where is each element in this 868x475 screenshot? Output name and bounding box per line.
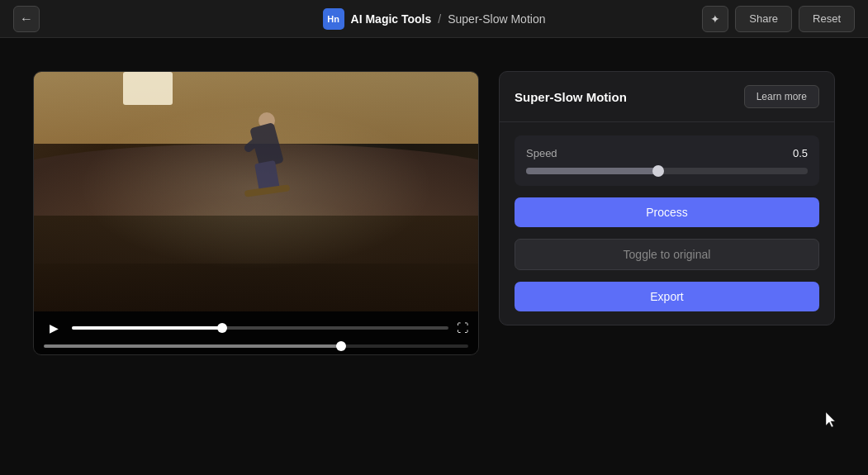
video-timeline[interactable] <box>44 344 468 348</box>
timeline-thumb <box>336 341 346 351</box>
topbar-center: Hn AI Magic Tools / Super-Slow Motion <box>323 8 546 30</box>
topbar-right: ✦ Share Reset <box>702 6 855 32</box>
learn-more-button[interactable]: Learn more <box>744 85 819 108</box>
panel-body: Speed 0.5 Process Toggle to original Exp… <box>500 122 834 325</box>
topbar: ← Hn AI Magic Tools / Super-Slow Motion … <box>0 0 868 38</box>
progress-thumb <box>217 323 227 333</box>
breadcrumb-subtitle: Super-Slow Motion <box>448 12 545 26</box>
speed-value: 0.5 <box>793 147 808 159</box>
export-button[interactable]: Export <box>515 282 819 311</box>
breadcrumb-separator: / <box>438 12 441 26</box>
reset-label: Reset <box>813 12 841 25</box>
speed-section: Speed 0.5 <box>515 135 819 186</box>
video-panel: ▶ ⛶ <box>33 71 479 355</box>
main-content: ▶ ⛶ Super-Slow Motion <box>0 38 868 475</box>
panel-title: Super-Slow Motion <box>515 90 627 104</box>
share-button[interactable]: Share <box>735 6 792 32</box>
speed-header: Speed 0.5 <box>526 147 808 159</box>
badge-text: Hn <box>327 14 339 24</box>
timeline-fill <box>44 344 341 348</box>
video-frame <box>34 72 478 311</box>
speed-slider-fill <box>526 168 658 174</box>
share-label: Share <box>749 12 778 25</box>
speed-slider[interactable] <box>526 168 808 174</box>
play-icon: ▶ <box>50 321 59 335</box>
learn-more-label: Learn more <box>757 91 807 102</box>
back-icon: ← <box>20 12 33 26</box>
play-button[interactable]: ▶ <box>44 318 64 338</box>
toggle-label: Toggle to original <box>624 248 711 261</box>
hn-badge: Hn <box>323 8 344 30</box>
fullscreen-icon: ⛶ <box>457 321 468 335</box>
speed-slider-thumb <box>652 165 664 177</box>
fullscreen-button[interactable]: ⛶ <box>457 321 468 335</box>
right-panel: Super-Slow Motion Learn more Speed 0.5 P… <box>499 71 835 325</box>
magic-button[interactable]: ✦ <box>702 6 728 32</box>
back-button[interactable]: ← <box>13 6 40 32</box>
panel-header: Super-Slow Motion Learn more <box>500 72 834 122</box>
breadcrumb-title: AI Magic Tools <box>351 12 432 26</box>
export-label: Export <box>650 290 683 303</box>
process-label: Process <box>646 206 688 219</box>
speed-label: Speed <box>526 147 557 159</box>
controls-top: ▶ ⛶ <box>44 318 468 338</box>
video-progress-bar[interactable] <box>72 326 448 330</box>
video-controls: ▶ ⛶ <box>34 311 478 354</box>
progress-fill <box>72 326 222 330</box>
video-scene <box>34 72 478 311</box>
topbar-left: ← <box>13 6 40 32</box>
magic-icon: ✦ <box>710 12 720 26</box>
process-button[interactable]: Process <box>515 197 819 227</box>
reset-button[interactable]: Reset <box>799 6 855 32</box>
scene-skater <box>234 108 300 207</box>
toggle-original-button[interactable]: Toggle to original <box>515 239 819 270</box>
scene-light <box>123 72 173 105</box>
